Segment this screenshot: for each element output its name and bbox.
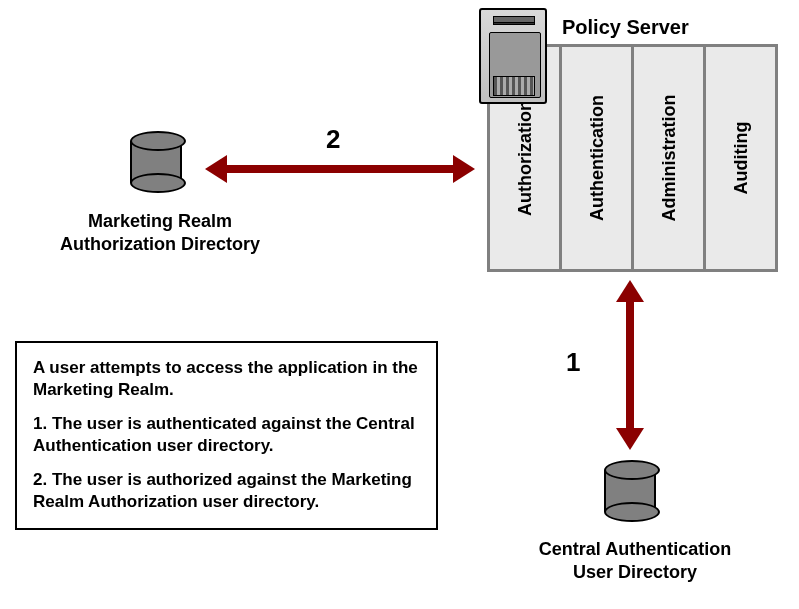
ps-col-authentication: Authentication — [559, 47, 631, 269]
arrow-2-number: 2 — [326, 124, 340, 155]
ps-col-administration: Administration — [631, 47, 703, 269]
arrow-1 — [626, 300, 634, 430]
central-auth-db-label-line2: User Directory — [505, 561, 765, 584]
central-auth-db-icon — [604, 470, 656, 512]
desc-step1: 1. The user is authenticated against the… — [33, 413, 420, 457]
central-auth-db-label: Central Authentication User Directory — [505, 538, 765, 583]
policy-server-title: Policy Server — [562, 16, 689, 39]
description-box: A user attempts to access the applicatio… — [15, 341, 438, 530]
desc-step2: 2. The user is authorized against the Ma… — [33, 469, 420, 513]
marketing-db-label-line1: Marketing Realm — [35, 210, 285, 233]
marketing-db-label: Marketing Realm Authorization Directory — [35, 210, 285, 255]
arrow-2 — [225, 165, 455, 173]
marketing-db-icon — [130, 141, 182, 183]
central-auth-db-label-line1: Central Authentication — [505, 538, 765, 561]
arrow-1-number: 1 — [566, 347, 580, 378]
server-icon — [479, 8, 547, 104]
marketing-db-label-line2: Authorization Directory — [35, 233, 285, 256]
desc-intro: A user attempts to access the applicatio… — [33, 357, 420, 401]
ps-col-auditing: Auditing — [703, 47, 775, 269]
